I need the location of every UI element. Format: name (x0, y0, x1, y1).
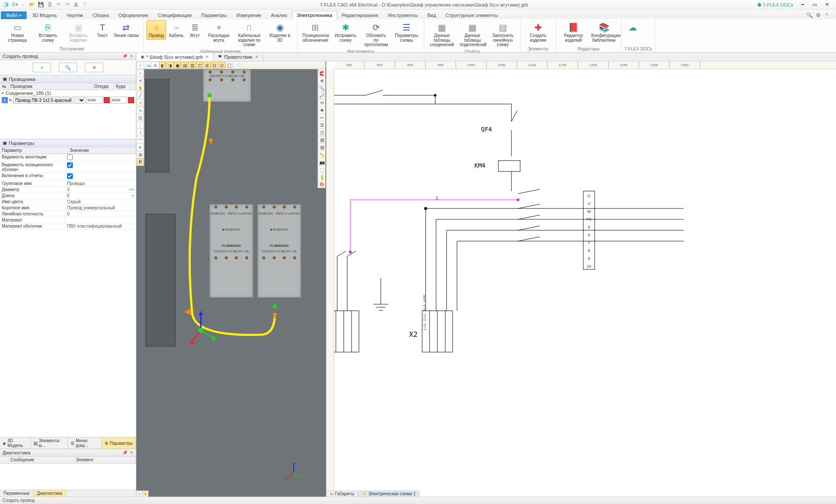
vr-zoomout-icon[interactable]: 🔎 (318, 92, 325, 99)
sw2-icon[interactable]: ▪ (142, 491, 149, 497)
link-line-button[interactable]: ⇄Линия связи (112, 20, 141, 40)
vl-line-icon[interactable]: ╱ (137, 92, 144, 99)
harness-button[interactable]: ≣Жгут (186, 20, 203, 40)
scene-3d[interactable]: OUTPUT 4 X RELAY / 5A 24VAC/DC INPUT 4 x… (144, 69, 318, 497)
conn-tables-button[interactable]: ▦Данные таблицы соединений (427, 20, 457, 49)
harness-layout-button[interactable]: ⌖Раскладка жгута (204, 20, 234, 44)
diag-tab[interactable]: Диагностика (34, 490, 66, 497)
print-icon[interactable]: 🖶 (72, 1, 79, 8)
ribbon-tab-Вид[interactable]: Вид (423, 11, 441, 19)
tab-close-icon[interactable]: ✕ (255, 54, 258, 59)
tb-mode9-icon[interactable]: ⊡ (218, 62, 225, 69)
vl-hand-icon[interactable]: ✋ (137, 84, 144, 91)
tb-mode8-icon[interactable]: ⊟ (211, 62, 218, 69)
help-icon[interactable]: ❔ (81, 1, 88, 8)
tab-close-icon[interactable]: ✕ (205, 54, 209, 59)
ok-button[interactable]: ✓ (33, 63, 51, 72)
item-editor-button[interactable]: 📕Редактор изделий (558, 20, 588, 44)
left-tab-model3d[interactable]: ◈3D Модель (0, 437, 31, 449)
connection-row[interactable]: Соединение_185 (1) (0, 90, 136, 96)
doc-tab[interactable]: ◈* Шкаф 5(со жгутами).grb✕ (136, 53, 213, 61)
ribbon-collapse-icon[interactable]: ^ (826, 12, 833, 19)
tb-confirm-icon[interactable]: ✓ (137, 62, 144, 69)
vr-layers-icon[interactable]: ☰ (318, 121, 325, 128)
ribbon-tab-Чертёж[interactable]: Чертёж (62, 11, 88, 19)
vl-r-icon[interactable]: R (137, 158, 144, 165)
tflex-docs-badge[interactable]: T-FLEX DOCs (758, 2, 793, 7)
ribbon-tab-Редактирование[interactable]: Редактирование (337, 11, 383, 19)
tb-paste-icon[interactable]: 📄 (233, 62, 240, 69)
vl-points2-icon[interactable]: ⁞ (137, 129, 144, 136)
qat-menu-icon[interactable]: ☰▾ (11, 1, 18, 8)
view-2d[interactable]: 8008509009501000105011001150120012501300… (326, 61, 836, 497)
fix-scheme-button[interactable]: ✱Исправить схему (331, 20, 360, 44)
doc-tab[interactable]: ⚑Приветствие✕ (213, 53, 263, 61)
param-checkbox[interactable] (67, 173, 73, 179)
from-pin[interactable]: KM5: (86, 97, 103, 104)
vr-zoomfit-icon[interactable]: ⊕ (318, 77, 325, 84)
left-tab-params[interactable]: ⚙Параметры (102, 437, 136, 449)
view2d-tab[interactable]: ▭Габариты (326, 491, 358, 497)
pin-icon[interactable]: 📌 (122, 54, 127, 58)
vr-cam-icon[interactable]: 📷 (318, 158, 325, 165)
vr-box2-icon[interactable]: ▨ (318, 136, 325, 143)
tb-mode3-icon[interactable]: ▣ (174, 62, 181, 69)
expand-icon[interactable]: ▣ (3, 76, 7, 82)
param-checkbox[interactable] (67, 155, 73, 160)
vr-render-icon[interactable]: 🎨 (318, 181, 325, 188)
vr-rotate-icon[interactable]: ⟲ (318, 99, 325, 106)
connport-tables-button[interactable]: ▦Данные таблицы подключений (457, 20, 487, 49)
saveall-icon[interactable]: 🗄 (46, 1, 53, 8)
vl-cancel-icon[interactable]: ✕ (137, 77, 144, 84)
search-icon[interactable]: 🔍 (806, 12, 813, 19)
insert-scheme-button[interactable]: ⎘Вставить схему (33, 20, 63, 44)
tb-mode1-icon[interactable]: ◐ (159, 62, 166, 69)
tb-mode6-icon[interactable]: ◫ (196, 62, 203, 69)
vr-magnet-icon[interactable]: 🧲 (318, 70, 325, 77)
diag-tab[interactable]: Переменные (0, 490, 34, 497)
update-proto-button[interactable]: ⟳Обновить по прототипам (361, 20, 391, 49)
view-3d[interactable]: ✓ ✓▸ ✕ ◐ ◑ ▣ ▤ ▥ ◫ ⊞ ⊟ ⊡ 📋 📄 ✓ (136, 61, 326, 497)
lib-config-button[interactable]: 📚Конфигурация библиотеки (589, 20, 619, 44)
settings-gear-icon[interactable]: ⚙ (816, 12, 823, 19)
ribbon-tab-Оформление[interactable]: Оформление (114, 11, 153, 19)
vl-list-icon[interactable]: ≡ (137, 144, 144, 151)
minimize-button[interactable]: ━ (797, 1, 808, 9)
ribbon-tab-Спецификации[interactable]: Спецификации (153, 11, 196, 19)
preview-button[interactable]: 🔍 (59, 63, 77, 72)
ribbon-tab-Электротехника[interactable]: Электротехника (292, 11, 337, 19)
param-checkbox[interactable] (67, 162, 73, 168)
pin-icon[interactable]: 📌 (122, 450, 127, 455)
tb-mode7-icon[interactable]: ⊞ (203, 62, 210, 69)
fill-line-scheme-button[interactable]: ▤Заполнить линейную схему (488, 20, 518, 49)
cable-button[interactable]: ⎃Кабель (167, 20, 186, 40)
ribbon-tab-Измерение[interactable]: Измерение (232, 11, 266, 19)
vl-grid-icon[interactable]: ⊞ (137, 151, 144, 158)
vl-arc-icon[interactable]: ◠ (137, 136, 144, 143)
ribbon-tab-Анализ[interactable]: Анализ (266, 11, 292, 19)
open-icon[interactable]: 📂 (29, 1, 36, 8)
tb-mode5-icon[interactable]: ▥ (189, 62, 196, 69)
vr-section-icon[interactable]: ✂ (318, 114, 325, 121)
tflex-docs-button[interactable]: ☁ (624, 20, 641, 35)
scheme-params-button[interactable]: ☰Параметры схемы (392, 20, 421, 44)
ribbon-tab-Параметры[interactable]: Параметры (196, 11, 232, 19)
vl-spline-icon[interactable]: ∿ (137, 107, 144, 114)
vr-box1-icon[interactable]: ◫ (318, 129, 325, 136)
wire-select[interactable]: Провод ПВ-3 1x2.5 красный (13, 97, 85, 104)
save-icon[interactable]: 💾 (37, 1, 44, 8)
new-page-button[interactable]: ▭Новая страница (3, 20, 32, 44)
tb-cancel-icon[interactable]: ✕ (152, 62, 159, 69)
sw1-icon[interactable]: ▫ (136, 491, 142, 497)
ribbon-tab-Сборка[interactable]: Сборка (88, 11, 114, 19)
vr-zoomwin-icon[interactable]: 🔍 (318, 84, 325, 91)
diag-close-icon[interactable]: ✕ (130, 450, 133, 455)
view2d-tab[interactable]: ⚡Электрическая схема 1 (358, 491, 420, 497)
ribbon-tab-Структурные элементы[interactable]: Структурные элементы (441, 11, 503, 19)
cable-scheme-button[interactable]: ⎍Кабельные изделия по схеме (234, 20, 264, 49)
from-pin-icon[interactable] (104, 97, 110, 103)
to-pin-icon[interactable] (128, 97, 134, 103)
create-item-button[interactable]: ✚Создать изделие (523, 20, 553, 44)
panel-close-icon[interactable]: ✕ (130, 54, 133, 58)
undo-icon[interactable]: ↶ (55, 1, 62, 8)
